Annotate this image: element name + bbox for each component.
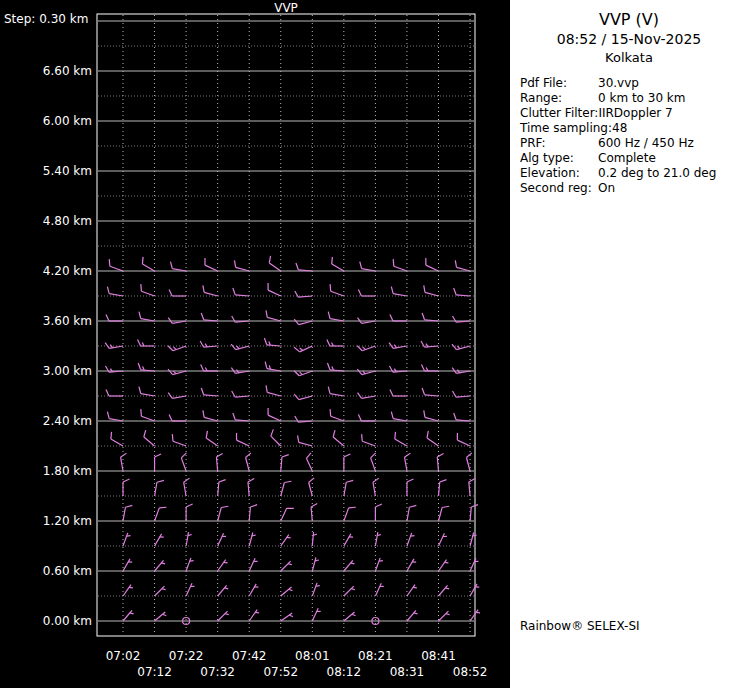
wind-barb <box>170 434 188 446</box>
svg-text:2.40 km: 2.40 km <box>43 414 92 428</box>
wind-barb <box>390 287 408 296</box>
wind-barb <box>218 533 227 547</box>
svg-text:07:02: 07:02 <box>106 649 141 663</box>
wind-barb <box>201 365 218 372</box>
wind-barb <box>453 288 471 296</box>
wind-barb <box>358 390 376 399</box>
wind-barb <box>281 480 292 498</box>
field-row-pdf-file: Pdf File:30.vvp <box>520 76 738 91</box>
wind-barb <box>421 340 439 348</box>
field-value: 30.vvp <box>598 76 639 90</box>
svg-text:07:22: 07:22 <box>169 649 204 663</box>
wind-barb <box>106 287 124 296</box>
wind-barb <box>269 429 286 446</box>
wind-barb <box>439 479 447 497</box>
wind-barb <box>308 478 319 496</box>
wind-barb <box>105 365 123 373</box>
wind-barb <box>233 260 251 271</box>
svg-text:07:32: 07:32 <box>200 665 235 679</box>
wind-barb <box>168 365 186 376</box>
wind-barb <box>327 312 345 321</box>
wind-barb <box>138 363 156 371</box>
wind-barb <box>375 583 384 597</box>
wind-barb <box>123 504 132 522</box>
wind-barb <box>407 504 416 522</box>
wind-barb <box>311 503 319 521</box>
wind-barb <box>186 583 195 597</box>
panel-title: VVP (V) <box>520 10 738 30</box>
field-row-elevation: Elevation:0.2 deg to 21.0 deg <box>520 166 738 181</box>
panel-datetime: 08:52 / 15-Nov-2025 <box>520 30 738 49</box>
wind-barb <box>328 284 346 296</box>
wind-barb <box>470 504 478 522</box>
wind-barb <box>169 415 186 422</box>
field-row-range: Range:0 km to 30 km <box>520 91 738 106</box>
field-value: IIRDoppler 7 <box>598 106 672 120</box>
info-panel: VVP (V) 08:52 / 15-Nov-2025 Kolkata Pdf … <box>510 0 744 688</box>
wind-barb <box>331 430 348 446</box>
wind-barb <box>264 385 282 396</box>
wind-barb <box>422 388 440 396</box>
wind-barb <box>389 340 407 349</box>
wind-barb <box>454 260 472 271</box>
wind-barb <box>372 478 381 496</box>
field-row-alg-type: Alg type:Complete <box>520 151 738 166</box>
wind-barb <box>281 454 289 472</box>
wind-barb <box>204 431 222 446</box>
wind-barb <box>439 611 451 623</box>
svg-text:08:12: 08:12 <box>327 665 362 679</box>
wind-barb <box>108 432 126 446</box>
field-row-second-reg: Second reg:On <box>520 181 738 196</box>
field-value: On <box>598 181 615 195</box>
wind-barb <box>391 259 409 271</box>
wind-barb <box>294 315 312 326</box>
wind-barb <box>357 365 375 376</box>
wind-barb <box>216 453 224 471</box>
wind-barb <box>155 479 164 497</box>
field-label: Time sampling: <box>520 121 612 136</box>
wind-barb <box>404 453 413 471</box>
wind-barb <box>358 415 375 422</box>
wind-barb <box>106 315 123 322</box>
wind-barb <box>232 315 250 323</box>
wind-barb <box>452 340 470 351</box>
wind-barb <box>392 432 410 446</box>
wind-barb <box>407 533 415 547</box>
x-axis-labels: 07:0207:1207:2207:3207:4207:5208:0108:12… <box>106 649 488 679</box>
field-value: 0 km to 30 km <box>598 91 686 105</box>
field-label: PRF: <box>520 136 598 151</box>
wind-barb <box>344 534 354 548</box>
wind-barb <box>200 340 218 348</box>
wind-barb <box>312 557 319 571</box>
field-row-clutter-filter: Clutter Filter:IIRDoppler 7 <box>520 106 738 121</box>
svg-text:07:12: 07:12 <box>137 665 172 679</box>
wind-barb <box>358 290 375 297</box>
wind-barb <box>138 312 156 321</box>
wind-barb <box>312 532 317 546</box>
wind-barb <box>232 390 250 398</box>
wind-barb <box>105 340 123 349</box>
wind-barb <box>375 558 383 572</box>
wind-barb <box>232 413 250 421</box>
svg-text:0.60 km: 0.60 km <box>43 564 92 578</box>
wind-barb <box>231 365 249 374</box>
wind-barb <box>201 313 219 321</box>
wind-barb <box>375 504 382 521</box>
wind-barb <box>281 561 293 573</box>
wind-barb <box>294 340 312 353</box>
wind-barb <box>267 256 285 271</box>
wind-barb <box>344 505 356 523</box>
wind-barb <box>422 410 440 421</box>
wind-barb <box>264 338 282 346</box>
svg-text:4.20 km: 4.20 km <box>43 264 92 278</box>
panel-fields: Pdf File:30.vvp Range:0 km to 30 km Clut… <box>520 76 738 196</box>
svg-text:3.60 km: 3.60 km <box>43 314 92 328</box>
panel-site: Kolkata <box>520 49 738 67</box>
vvp-plot-panel: VVPStep: 0.30 km6.60 km6.00 km5.40 km4.8… <box>0 0 510 688</box>
svg-text:08:52: 08:52 <box>453 665 488 679</box>
field-row-time-sampling: Time sampling:48 <box>520 121 738 136</box>
wind-barb <box>437 453 445 471</box>
wind-barb <box>155 505 167 523</box>
svg-text:07:52: 07:52 <box>263 665 298 679</box>
wind-barb <box>201 285 219 296</box>
